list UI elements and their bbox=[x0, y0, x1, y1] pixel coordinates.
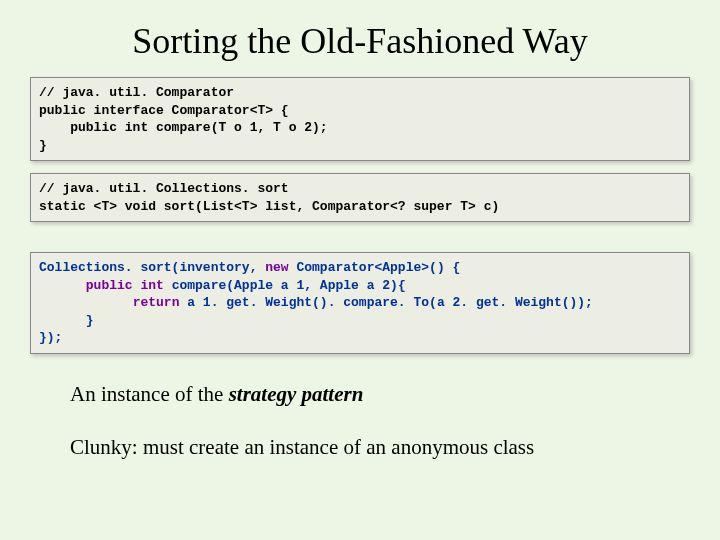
code-block-example: Collections. sort(inventory, new Compara… bbox=[30, 252, 690, 354]
code-block-comparator: // java. util. Comparator public interfa… bbox=[30, 77, 690, 161]
bullet-clunky: Clunky: must create an instance of an an… bbox=[70, 435, 690, 460]
code-block-collections-sort: // java. util. Collections. sort static … bbox=[30, 173, 690, 222]
slide-title: Sorting the Old-Fashioned Way bbox=[30, 20, 690, 62]
bullet-strategy-pattern: An instance of the strategy pattern bbox=[70, 382, 690, 407]
